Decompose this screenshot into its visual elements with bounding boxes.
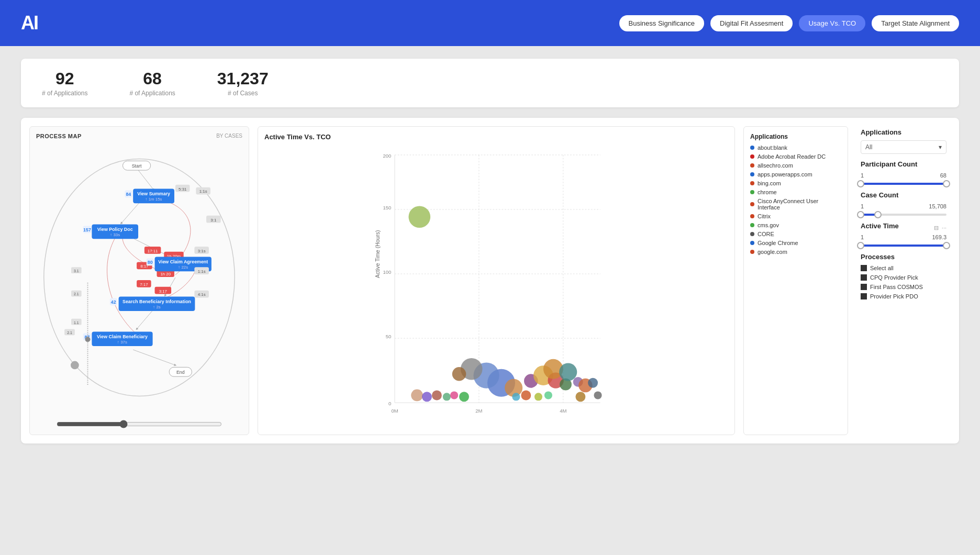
legend-dot [750,232,754,236]
apps-legend-panel: Applications about:blankAdobe Acrobat Re… [743,126,848,435]
case-range-track [861,214,946,216]
svg-text:5:31: 5:31 [179,187,186,192]
legend-label: about:blank [758,145,787,151]
svg-text:84: 84 [126,192,131,197]
nav-digital-fit[interactable]: Digital Fit Assesment [710,15,793,31]
svg-text:↑ 33s: ↑ 33s [110,232,120,237]
process-item[interactable]: First Pass COSMOS [861,284,946,290]
svg-text:1:1s: 1:1s [199,189,207,194]
process-checkbox[interactable] [861,274,867,281]
legend-label: Adobe Acrobat Reader DC [758,153,826,160]
participant-thumb-left[interactable] [857,180,864,187]
legend-item: bing.com [750,180,841,186]
active-time-thumb-right[interactable] [943,242,950,249]
process-map-panel: PROCESS MAP BY CASES [29,126,249,435]
chart-area: Active Time (Hours) 0 50 100 150 200 0M … [264,145,728,423]
nav-business-significance[interactable]: Business Significance [619,15,704,31]
stat-92-number: 92 [55,69,74,88]
svg-line-1 [137,168,154,190]
svg-text:1:1s: 1:1s [198,269,206,274]
process-checkbox[interactable] [861,293,867,299]
process-checkbox[interactable] [861,265,867,271]
stat-68-label: # of Applications [129,90,175,97]
svg-text:150: 150 [383,205,392,210]
svg-point-68 [71,361,79,370]
svg-point-110 [521,390,531,400]
legend-dot [750,190,754,194]
process-label: CPQ Provider Pick [870,274,918,281]
svg-text:157: 157 [83,227,91,232]
active-time-thumb-left[interactable] [857,242,864,249]
processes-container: Select allCPQ Provider PickFirst Pass CO… [861,265,946,299]
chart-panel: Active Time Vs. TCO Active Time (Hours) … [258,126,735,435]
applications-dropdown[interactable]: All ▾ [861,140,946,154]
svg-text:3:1s: 3:1s [198,249,206,253]
process-label: Provider Pick PDO [870,293,918,299]
active-time-header: Active Time ⊟ ··· [861,222,946,234]
applications-dropdown-value: All [865,143,872,151]
svg-text:↑ 2s: ↑ 2s [153,305,161,309]
chevron-down-icon: ▾ [939,143,942,151]
svg-point-112 [544,391,552,399]
legend-dot [750,241,754,245]
svg-text:View Policy Doc: View Policy Doc [97,227,133,232]
case-count-title: Case Count [861,191,946,199]
participant-range-display: 1 68 [861,172,946,179]
legend-label: CORE [758,231,774,237]
case-thumb-left[interactable] [857,211,864,218]
legend-dot [750,202,754,206]
process-checkbox[interactable] [861,284,867,290]
legend-label: google.com [758,249,787,255]
stat-31237: 31,237 # of Cases [217,69,269,97]
legend-item: Adobe Acrobat Reader DC [750,153,841,160]
svg-text:7:17: 7:17 [140,282,148,287]
nav-usage-tco[interactable]: Usage Vs. TCO [799,15,865,31]
legend-title: Applications [750,133,841,140]
stat-31237-number: 31,237 [217,69,269,88]
process-map-svg: Start View Summary ↑ 1m 15s 84 View Poli… [36,141,242,414]
legend-items-container: about:blankAdobe Acrobat Reader DCallsec… [750,145,841,255]
scatter-chart: Active Time (Hours) 0 50 100 150 200 0M … [264,145,728,423]
svg-text:2M: 2M [475,408,482,414]
active-time-range-track [861,245,946,247]
svg-line-2 [121,203,139,223]
case-thumb-right[interactable] [874,211,882,218]
legend-label: Google Chrome [758,240,798,246]
legend-item: chrome [750,189,841,195]
filters-panel: Applications All ▾ Participant Count 1 6… [856,126,951,435]
svg-point-109 [512,393,520,401]
svg-point-97 [588,378,598,388]
legend-item: google.com [750,249,841,255]
legend-item: Citrix [750,213,841,219]
more-icon[interactable]: ··· [942,225,946,231]
legend-dot [750,181,754,185]
nav-target-state[interactable]: Target State Alignment [872,15,959,31]
zoom-slider[interactable] [57,420,221,428]
svg-text:17:11: 17:11 [148,249,158,253]
svg-text:Search Beneficiary Information: Search Beneficiary Information [122,299,191,304]
svg-point-108 [459,392,469,402]
participant-thumb-right[interactable] [943,180,950,187]
filter-icon[interactable]: ⊟ [934,225,939,231]
svg-text:4M: 4M [560,408,566,414]
svg-text:3.1: 3.1 [74,269,79,273]
process-item[interactable]: Select all [861,265,946,271]
main-content: 92 # of Applications 68 # of Application… [0,46,980,456]
svg-line-6 [133,350,175,365]
logo: AI [21,12,38,34]
svg-point-105 [432,390,442,400]
svg-point-102 [452,367,466,381]
process-item[interactable]: CPQ Provider Pick [861,274,946,281]
svg-text:3:1: 3:1 [210,218,216,223]
svg-text:2.1: 2.1 [74,292,79,296]
chart-title: Active Time Vs. TCO [264,133,728,141]
legend-label: Citrix [758,213,771,219]
legend-item: Cisco AnyConnect User Interface [750,198,841,210]
svg-text:42: 42 [111,299,116,305]
process-item[interactable]: Provider Pick PDO [861,293,946,299]
legend-item: Google Chrome [750,240,841,246]
svg-point-113 [575,392,585,402]
process-map-title: PROCESS MAP [36,133,242,139]
svg-text:2.1: 2.1 [67,331,72,335]
legend-dot [750,250,754,254]
